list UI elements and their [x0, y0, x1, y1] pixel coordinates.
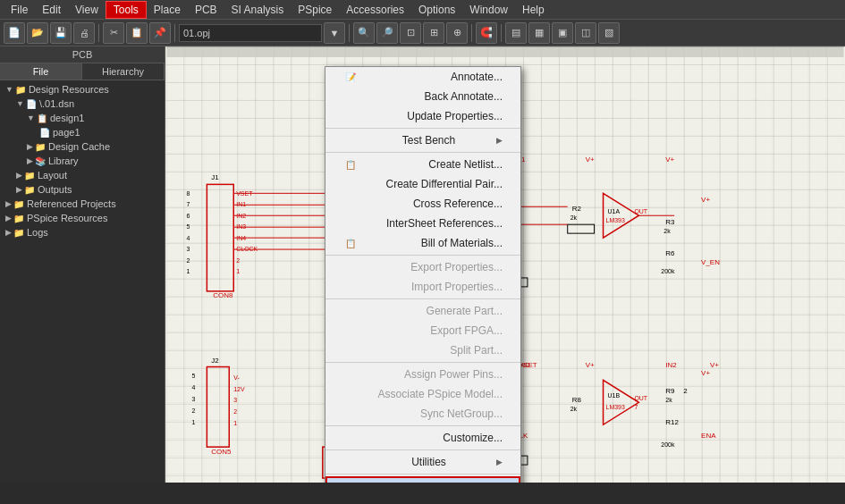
tool1[interactable]: ▤	[505, 22, 527, 44]
menu-options[interactable]: Options	[411, 2, 462, 18]
panel-tab-file[interactable]: File	[0, 63, 82, 80]
dropdown-item-label: Export FPGA...	[430, 324, 503, 337]
dropdown-item-cross-reference[interactable]: Cross Reference...	[325, 194, 520, 214]
tool5[interactable]: ▧	[598, 22, 620, 44]
cut-button[interactable]: ✂	[103, 22, 124, 44]
sep5	[501, 24, 502, 42]
menu-place[interactable]: Place	[147, 2, 188, 18]
tool2[interactable]: ▦	[528, 22, 550, 44]
dropdown-item-export-fpga: Export FPGA...	[325, 321, 520, 340]
tree-arrow: ▼	[27, 113, 35, 122]
dropdown-item-intersheet-references[interactable]: InterSheet References...	[325, 214, 520, 233]
dropdown-item-label: InterSheet References...	[386, 217, 503, 230]
tree-icon: 📁	[13, 214, 24, 223]
dropdown-item-icon: 📋	[343, 160, 358, 170]
project-input[interactable]	[179, 24, 322, 42]
dropdown-item-update-properties[interactable]: Update Properties...	[325, 106, 520, 126]
tree-arrow: ▶	[5, 214, 12, 223]
dropdown-item-label: Generate Part...	[427, 305, 503, 317]
menu-pspice[interactable]: PSpice	[291, 2, 339, 18]
dropdown-separator	[325, 298, 520, 299]
menu-accessories[interactable]: Accessories	[339, 2, 411, 18]
tree-item[interactable]: ▼📁Design Resources	[0, 82, 165, 97]
zoom-in-button[interactable]: 🔍	[353, 22, 375, 44]
tree-icon: 📋	[37, 113, 47, 123]
dropdown-item-split-part: Split Part...	[325, 340, 520, 360]
tree-item[interactable]: ▶📁PSpice Resources	[0, 211, 165, 225]
open-button[interactable]: 📂	[27, 22, 48, 44]
dropdown-separator	[325, 449, 520, 450]
pan-button[interactable]: ⊕	[446, 22, 468, 44]
tree-item-label: page1	[53, 127, 80, 138]
new-button[interactable]: 📄	[4, 22, 25, 44]
dropdown-item-back-annotate[interactable]: Back Annotate...	[325, 87, 520, 106]
zoom-out-button[interactable]: 🔎	[376, 22, 398, 44]
dropdown-item-test-bench[interactable]: Test Bench	[325, 130, 520, 150]
menu-help[interactable]: Help	[515, 2, 552, 18]
copy-button[interactable]: 📋	[126, 22, 148, 44]
magnet-button[interactable]: 🧲	[476, 22, 497, 44]
dropdown-item-customize[interactable]: Customize...	[325, 428, 520, 448]
dropdown-arrow[interactable]: ▼	[324, 22, 345, 44]
zoom-fit-button[interactable]: ⊡	[400, 22, 421, 44]
dropdown-item-utilities[interactable]: Utilities	[325, 452, 520, 472]
tree-indent	[4, 113, 27, 123]
menu-edit[interactable]: Edit	[35, 2, 68, 18]
zoom-select-button[interactable]: ⊞	[423, 22, 444, 44]
dropdown-item-label: Update Properties...	[407, 110, 503, 122]
tree-item[interactable]: ▶📁Referenced Projects	[0, 197, 165, 211]
tree-indent	[4, 127, 38, 138]
dropdown-separator	[325, 255, 520, 256]
tree-arrow: ▶	[16, 171, 22, 180]
dropdown-item-annotate[interactable]: 📝Annotate...	[325, 67, 520, 87]
save-button[interactable]: 💾	[50, 22, 72, 44]
main-layout: PCB File Hierarchy ▼📁Design Resources ▼📄…	[0, 46, 845, 483]
dropdown-item-sync-netgroup: Sync NetGroup...	[325, 404, 520, 424]
menu-si-analysis[interactable]: SI Analysis	[224, 2, 292, 18]
dropdown-item-label: Customize...	[443, 432, 503, 444]
left-panel: PCB File Hierarchy ▼📁Design Resources ▼📄…	[0, 46, 165, 483]
tree-item[interactable]: ▶📁Design Cache	[0, 139, 165, 154]
menu-view[interactable]: View	[68, 2, 106, 18]
sep1	[98, 24, 99, 42]
dropdown-item-assign-power-pins: Assign Power Pins...	[325, 365, 520, 384]
tree-icon: 📄	[39, 128, 50, 138]
tree-container: ▼📁Design Resources ▼📄\.01.dsn ▼📋design1 …	[0, 80, 165, 483]
panel-tab-hierarchy[interactable]: Hierarchy	[82, 63, 165, 80]
paste-button[interactable]: 📌	[149, 22, 171, 44]
dropdown-item-label: Cross Reference...	[413, 197, 503, 210]
tree-item[interactable]: 📄page1	[0, 125, 165, 139]
dropdown-item-create-differential-pair[interactable]: Create Differential Pair...	[325, 174, 520, 194]
tree-item[interactable]: ▼📋design1	[0, 111, 165, 125]
sep4	[471, 24, 472, 42]
menu-file[interactable]: File	[4, 2, 35, 18]
dropdown-item-create-netlist[interactable]: 📋Create Netlist...	[325, 155, 520, 174]
tool4[interactable]: ◫	[575, 22, 596, 44]
canvas-area: CON8 8 7 6 5 4 3 2 1 VSET IN1 IN2 IN3 IN…	[165, 46, 845, 483]
tree-item-label: Referenced Projects	[27, 198, 116, 209]
tree-item[interactable]: ▶📁Layout	[0, 168, 165, 182]
tree-item-label: Outputs	[38, 184, 72, 195]
tree-arrow: ▶	[16, 185, 22, 194]
tree-item[interactable]: ▶📁Outputs	[0, 182, 165, 197]
dropdown-item-compare-designs[interactable]: Compare Designs	[325, 476, 520, 483]
tools-dropdown-menu: 📝Annotate...Back Annotate...Update Prope…	[325, 66, 521, 483]
menu-pcb[interactable]: PCB	[188, 2, 224, 18]
dropdown-item-bill-of-materials[interactable]: 📋Bill of Materials...	[325, 233, 520, 253]
dropdown-item-label: Export Properties...	[410, 261, 503, 273]
tool3[interactable]: ▣	[552, 22, 573, 44]
tree-item[interactable]: ▶📚Library	[0, 154, 165, 168]
tree-item[interactable]: ▶📁Logs	[0, 225, 165, 239]
dropdown-separator	[325, 128, 520, 129]
print-button[interactable]: 🖨	[73, 22, 95, 44]
dropdown-item-label: Back Annotate...	[425, 90, 503, 103]
tree-icon: 📄	[26, 99, 37, 109]
dropdown-item-label: Utilities	[411, 456, 446, 468]
menu-window[interactable]: Window	[462, 2, 515, 18]
dropdown-item-label: Import Properties...	[411, 281, 503, 293]
project-label: PCB	[0, 46, 165, 63]
tree-item-label: Design Resources	[29, 84, 109, 95]
menu-tools[interactable]: Tools	[106, 1, 147, 19]
dropdown-item-import-properties: Import Properties...	[325, 277, 520, 297]
tree-item[interactable]: ▼📄\.01.dsn	[0, 97, 165, 111]
